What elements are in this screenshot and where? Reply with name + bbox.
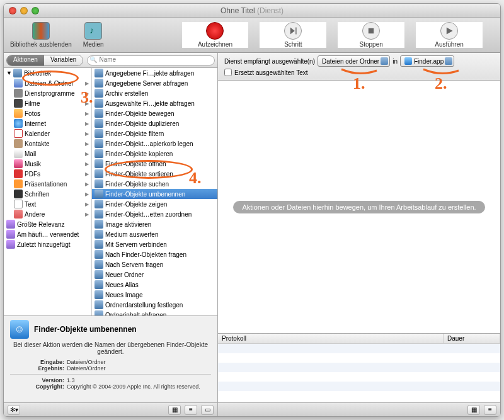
action-item[interactable]: Finder-Objekte bewegen bbox=[92, 108, 217, 118]
action-item[interactable]: Neuer Ordner bbox=[92, 270, 217, 280]
close-button[interactable] bbox=[9, 7, 16, 14]
action-item[interactable]: Finder-Objekte suchen bbox=[92, 179, 217, 189]
finder-icon: ☺ bbox=[10, 320, 29, 339]
library-item[interactable]: Fotos▶ bbox=[4, 108, 91, 118]
info-result-key: Ergebnis: bbox=[10, 365, 67, 372]
action-item[interactable]: Ausgewählte Fi…jekte abfragen bbox=[92, 98, 217, 108]
log-body bbox=[218, 344, 500, 402]
service-bar: Dienst empfängt ausgewählte(n) Dateien o… bbox=[218, 53, 500, 81]
toolbar: Bibliothek ausblenden Medien Aufzeichnen… bbox=[4, 18, 500, 53]
library-tabs[interactable]: Aktionen Variablen bbox=[6, 55, 83, 66]
service-input-type-popup[interactable]: Dateien oder Ordner bbox=[318, 55, 390, 67]
media-icon bbox=[84, 22, 102, 40]
log-col-protocol[interactable]: Protokoll bbox=[218, 334, 444, 343]
actions-list[interactable]: Angegebene Fi…jekte abfragenAngegebene S… bbox=[92, 68, 217, 315]
info-title: Finder-Objekte umbenennen bbox=[34, 325, 137, 334]
smart-folder-item[interactable]: Am häufi… verwendet bbox=[4, 229, 91, 239]
library-categories[interactable]: ▼BibliothekDateien & Ordner▶Dienstprogra… bbox=[4, 68, 92, 315]
info-copyright-key: Copyright: bbox=[10, 383, 67, 390]
action-item[interactable]: Finder-Objekte duplizieren bbox=[92, 118, 217, 128]
view-flow-button[interactable]: ▭ bbox=[201, 405, 214, 415]
action-item[interactable]: Mit Servern verbinden bbox=[92, 239, 217, 249]
service-app-popup[interactable]: Finder.app bbox=[400, 55, 454, 67]
step-icon bbox=[284, 22, 302, 40]
library-item[interactable]: Mail▶ bbox=[4, 149, 91, 159]
view-large-button[interactable]: ▦ bbox=[168, 405, 181, 415]
smart-folder-item[interactable]: Größte Relevanz bbox=[4, 219, 91, 229]
media-button[interactable]: Medien bbox=[83, 22, 104, 48]
info-version-value: 1.3 bbox=[67, 377, 75, 383]
window-title: Ohne Titel (Dienst) bbox=[4, 6, 500, 15]
hide-library-button[interactable]: Bibliothek ausblenden bbox=[10, 22, 72, 48]
action-item[interactable]: Finder-Objekt…etten zuordnen bbox=[92, 209, 217, 219]
record-icon bbox=[206, 22, 224, 40]
action-item[interactable]: Medium auswerfen bbox=[92, 229, 217, 239]
play-icon bbox=[440, 22, 458, 40]
log-view-1-button[interactable]: ▦ bbox=[467, 405, 480, 415]
action-item[interactable]: Neues Image bbox=[92, 290, 217, 300]
run-button[interactable]: Ausführen bbox=[416, 22, 483, 48]
record-button[interactable]: Aufzeichnen bbox=[182, 22, 249, 48]
action-item[interactable]: Finder-Objekte zeigen bbox=[92, 199, 217, 209]
action-item[interactable]: Angegebene Fi…jekte abfragen bbox=[92, 68, 217, 78]
minimize-button[interactable] bbox=[20, 7, 28, 14]
action-item[interactable]: Finder-Objekte kopieren bbox=[92, 149, 217, 159]
action-item[interactable]: Angegebene Server abfragen bbox=[92, 78, 217, 88]
library-item[interactable]: PDFs▶ bbox=[4, 169, 91, 179]
library-item[interactable]: Filme▶ bbox=[4, 98, 91, 108]
right-statusbar: ▦ ≡ bbox=[218, 402, 500, 416]
library-item[interactable]: Musik▶ bbox=[4, 159, 91, 169]
search-input[interactable] bbox=[99, 56, 210, 63]
zoom-button[interactable] bbox=[32, 7, 39, 14]
action-item[interactable]: Nach Finder-Objekten fragen bbox=[92, 249, 217, 259]
hide-library-label: Bibliothek ausblenden bbox=[10, 41, 72, 48]
library-item[interactable]: Dateien & Ordner▶ bbox=[4, 78, 91, 88]
replaces-text-checkbox[interactable]: Ersetzt ausgewählten Text bbox=[224, 69, 494, 76]
library-item[interactable]: Kalender▶ bbox=[4, 128, 91, 139]
library-item[interactable]: Präsentationen▶ bbox=[4, 179, 91, 189]
library-item[interactable]: Text▶ bbox=[4, 199, 91, 209]
stop-button[interactable]: Stoppen bbox=[338, 22, 404, 48]
tab-actions[interactable]: Aktionen bbox=[7, 55, 44, 65]
run-label: Ausführen bbox=[435, 41, 464, 48]
service-receives-label: Dienst empfängt ausgewählte(n) bbox=[224, 58, 315, 65]
library-root[interactable]: ▼Bibliothek bbox=[4, 68, 91, 78]
library-icon bbox=[32, 22, 50, 40]
library-item[interactable]: Kontakte▶ bbox=[4, 139, 91, 149]
log-view-2-button[interactable]: ≡ bbox=[484, 405, 496, 415]
action-info: ☺ Finder-Objekte umbenennen Bei dieser A… bbox=[4, 315, 217, 402]
info-input-value: Dateien/Ordner bbox=[67, 359, 106, 365]
action-item[interactable]: Finder-Objekte öffnen bbox=[92, 159, 217, 169]
library-item[interactable]: Dienstprogramme▶ bbox=[4, 88, 91, 98]
action-item[interactable]: Finder-Objekte filtern bbox=[92, 128, 217, 139]
action-item[interactable]: Archiv erstellen bbox=[92, 88, 217, 98]
action-item[interactable]: Finder-Objekte umbenennen bbox=[92, 189, 217, 199]
info-copyright-value: Copyright © 2004-2009 Apple Inc. All rig… bbox=[67, 383, 211, 390]
action-item[interactable]: Ordnerinhalt abfragen bbox=[92, 310, 217, 315]
action-item[interactable]: Finder-Objekt…apierkorb legen bbox=[92, 139, 217, 149]
replaces-text-label: Ersetzt ausgewählten Text bbox=[234, 69, 308, 76]
action-item[interactable]: Finder-Objekte sortieren bbox=[92, 169, 217, 179]
stop-label: Stoppen bbox=[360, 41, 383, 48]
search-field[interactable] bbox=[87, 55, 215, 65]
workflow-canvas[interactable]: Aktionen oder Dateien hierhin bewegen, u… bbox=[218, 81, 500, 333]
svg-rect-0 bbox=[369, 28, 374, 33]
library-item[interactable]: Andere▶ bbox=[4, 209, 91, 219]
log-col-duration[interactable]: Dauer bbox=[444, 334, 500, 343]
left-statusbar: ✻▾ ▦ ≡ ▭ bbox=[4, 402, 217, 416]
action-item[interactable]: Ordnerdarstellung festlegen bbox=[92, 300, 217, 310]
tab-variables[interactable]: Variablen bbox=[44, 55, 83, 65]
titlebar: Ohne Titel (Dienst) bbox=[4, 4, 500, 18]
action-item[interactable]: Neues Alias bbox=[92, 280, 217, 290]
replaces-text-input[interactable] bbox=[224, 69, 232, 76]
smart-folder-item[interactable]: Zuletzt hinzugefügt bbox=[4, 239, 91, 249]
info-input-key: Eingabe: bbox=[10, 359, 67, 365]
gear-menu-button[interactable]: ✻▾ bbox=[8, 405, 20, 415]
action-item[interactable]: Nach Servern fragen bbox=[92, 259, 217, 270]
workflow-placeholder: Aktionen oder Dateien hierhin bewegen, u… bbox=[233, 201, 484, 213]
action-item[interactable]: Image aktivieren bbox=[92, 219, 217, 229]
view-list-button[interactable]: ≡ bbox=[185, 405, 197, 415]
library-item[interactable]: Schriften▶ bbox=[4, 189, 91, 199]
step-button[interactable]: Schritt bbox=[260, 22, 326, 48]
library-item[interactable]: Internet▶ bbox=[4, 118, 91, 128]
